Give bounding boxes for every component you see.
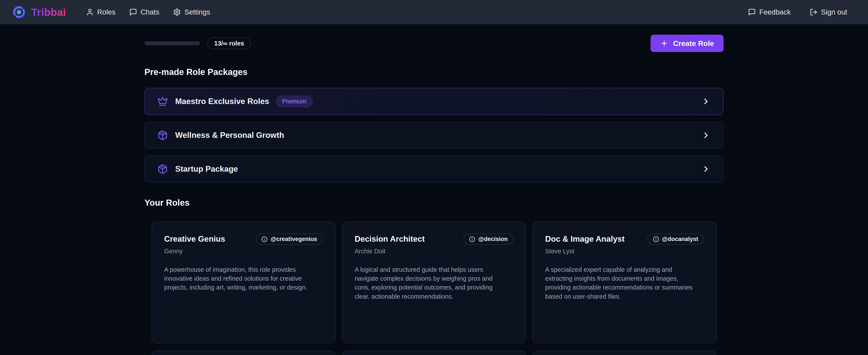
role-handle: @creativegenius	[271, 236, 317, 242]
chevron-right-icon	[702, 131, 711, 140]
role-card-creative-genius[interactable]: Creative Genius @creativegenius Genny A …	[152, 221, 336, 343]
role-description: A logical and structured guide that help…	[355, 265, 506, 301]
premium-badge: Premium	[276, 95, 313, 108]
role-description: A powerhouse of imagination, this role p…	[164, 265, 316, 292]
package-icon	[157, 164, 168, 174]
package-name: Startup Package	[175, 165, 238, 174]
info-icon	[469, 236, 475, 242]
section-title-packages: Pre-made Role Packages	[145, 67, 723, 77]
message-square-icon	[129, 8, 137, 16]
role-title: Creative Genius	[164, 235, 225, 244]
role-subtitle: Steve Lyst	[545, 248, 704, 255]
main-content: 13/∞ roles Create Role Pre-made Role Pac…	[145, 35, 723, 355]
feedback-button[interactable]: Feedback	[748, 8, 791, 16]
package-row-maestro[interactable]: Maestro Exclusive Roles Premium	[145, 88, 723, 115]
role-handle: @docanalyst	[662, 236, 698, 242]
role-handle-badge[interactable]: @docanalyst	[647, 234, 704, 245]
nav-right: Feedback Sign out	[748, 8, 847, 16]
roles-grid: Creative Genius @creativegenius Genny A …	[145, 221, 723, 343]
role-card-decision-architect[interactable]: Decision Architect @decision Archie Doit…	[342, 221, 526, 343]
tribbai-logo-icon	[12, 5, 26, 19]
gear-icon	[173, 8, 181, 16]
roles-toolbar: 13/∞ roles Create Role	[145, 35, 723, 52]
role-card-partial[interactable]	[532, 351, 716, 355]
nav-item-settings[interactable]: Settings	[173, 8, 210, 16]
nav-item-label: Roles	[97, 8, 116, 16]
signout-button[interactable]: Sign out	[810, 8, 847, 16]
log-out-icon	[810, 8, 817, 16]
package-name: Maestro Exclusive Roles	[175, 97, 269, 106]
brand-logo[interactable]: Tribbai	[12, 5, 66, 19]
chevron-right-icon	[702, 165, 711, 174]
info-icon	[653, 236, 659, 242]
chevron-right-icon	[702, 97, 711, 106]
role-description: A specialized expert capable of analyzin…	[545, 265, 697, 301]
role-title: Doc & Image Analyst	[545, 235, 625, 244]
crown-icon	[157, 96, 168, 107]
role-card-partial[interactable]	[152, 351, 336, 355]
nav-menu: Roles Chats Settings	[86, 8, 210, 16]
role-title: Decision Architect	[355, 235, 425, 244]
package-icon	[157, 130, 168, 141]
message-square-icon	[748, 8, 756, 16]
signout-label: Sign out	[821, 8, 847, 16]
role-handle-badge[interactable]: @decision	[463, 234, 513, 245]
role-subtitle: Genny	[164, 248, 323, 255]
brand-name: Tribbai	[31, 6, 66, 18]
package-list: Maestro Exclusive Roles Premium Wellness…	[145, 88, 723, 183]
nav-item-roles[interactable]: Roles	[86, 8, 116, 16]
create-role-label: Create Role	[673, 39, 714, 48]
create-role-button[interactable]: Create Role	[651, 35, 723, 52]
role-subtitle: Archie Doit	[355, 248, 514, 255]
section-title-your-roles: Your Roles	[145, 198, 723, 208]
package-name: Wellness & Personal Growth	[175, 131, 284, 140]
role-handle-badge[interactable]: @creativegenius	[256, 234, 323, 245]
role-card-doc-image-analyst[interactable]: Doc & Image Analyst @docanalyst Steve Ly…	[532, 221, 716, 343]
package-row-wellness[interactable]: Wellness & Personal Growth	[145, 122, 723, 149]
plus-icon	[660, 39, 668, 48]
roles-count-badge: 13/∞ roles	[207, 37, 251, 49]
nav-item-label: Settings	[184, 8, 210, 16]
package-row-startup[interactable]: Startup Package	[145, 155, 723, 183]
roles-grid-next-row	[145, 351, 723, 355]
nav-item-chats[interactable]: Chats	[129, 8, 159, 16]
nav-item-label: Chats	[141, 8, 159, 16]
role-card-partial[interactable]	[342, 351, 526, 355]
role-handle: @decision	[478, 236, 508, 242]
info-icon	[261, 236, 268, 242]
user-icon	[86, 8, 94, 16]
roles-count-label: 13/∞ roles	[214, 40, 244, 47]
feedback-label: Feedback	[759, 8, 791, 16]
top-nav: Tribbai Roles Chats Settings	[0, 0, 868, 24]
roles-progress-bar	[145, 41, 200, 45]
